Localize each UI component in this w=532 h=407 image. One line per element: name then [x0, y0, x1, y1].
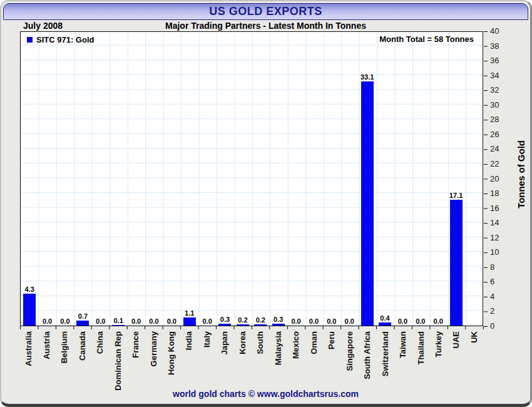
- bar: [272, 324, 285, 326]
- bar-column: 0.0: [305, 32, 322, 326]
- chart-title: US GOLD EXPORTS: [209, 5, 322, 18]
- bar: [361, 81, 374, 326]
- bar: [254, 324, 267, 326]
- bar-column: 1.1: [181, 32, 198, 326]
- bar-column: 0.0: [323, 32, 340, 326]
- bar-value-label: 0.4: [380, 314, 389, 322]
- y-axis-ticks: [484, 31, 488, 327]
- x-tick-label: Oman: [310, 331, 319, 354]
- legend-label: SITC 971: Gold: [36, 35, 94, 44]
- x-tick-cell: UAE: [448, 331, 465, 396]
- y-tick-label: 6: [490, 277, 494, 287]
- bar-column: 0.0: [92, 32, 110, 326]
- x-tick-cell: Japan: [216, 331, 233, 396]
- y-tick-label: 28: [490, 115, 499, 125]
- bar: [76, 321, 89, 326]
- legend: SITC 971: Gold: [27, 35, 94, 44]
- x-tick-label: Australia: [24, 331, 33, 366]
- bar-value-label: 0.0: [327, 317, 336, 325]
- y-tick-label: 12: [490, 233, 499, 243]
- bar-column: 0.2: [234, 32, 252, 326]
- bar-value-label: 0.3: [274, 316, 283, 323]
- x-tick-cell: UK: [466, 331, 483, 396]
- x-tick-label: Singapore: [345, 331, 354, 371]
- x-tick-cell: Australia: [20, 331, 38, 396]
- bar-value-label: 0.1: [114, 317, 123, 324]
- x-tick-label: Korea: [238, 331, 247, 354]
- x-tick-label: Dominican Rep: [114, 331, 123, 391]
- bar-value-label: 1.1: [185, 309, 194, 317]
- x-axis-ticks: [20, 326, 484, 329]
- x-tick-cell: Malaysia: [270, 331, 287, 396]
- chart-footer: world gold charts © www.goldchartsrus.co…: [1, 388, 530, 399]
- bar-value-label: 33.1: [361, 73, 374, 81]
- bar-column: 0.4: [376, 32, 394, 326]
- bar-column: 0.0: [56, 32, 74, 326]
- y-tick-label: 40: [490, 26, 499, 36]
- bar-column: 0.0: [127, 32, 145, 326]
- bar-value-label: 0.0: [398, 317, 407, 325]
- x-tick-cell: Austria: [38, 331, 55, 396]
- x-tick-cell: South: [252, 331, 269, 396]
- x-tick-label: Malaysia: [274, 331, 283, 365]
- x-tick-label: Turkey: [434, 331, 443, 358]
- bar-value-label: 0.0: [167, 317, 176, 325]
- x-tick-label: Thailand: [417, 331, 426, 364]
- x-tick-label: UAE: [452, 331, 461, 348]
- bar-column: 0.0: [198, 32, 216, 326]
- bar-value-label: 0.0: [291, 317, 300, 325]
- plot-area: SITC 971: Gold Month Total = 58 Tonnes 4…: [20, 31, 483, 326]
- bar-column: 0.0: [38, 32, 56, 326]
- y-axis-labels: 0246810121416182022242628303234363840: [490, 31, 511, 326]
- x-tick-cell: Germany: [145, 331, 162, 396]
- bar-column: 0.1: [110, 32, 127, 326]
- x-tick-cell: Singapore: [340, 331, 358, 396]
- y-axis-title: Tonnes of Gold: [516, 140, 526, 209]
- legend-swatch-icon: [27, 37, 33, 43]
- bar-value-label: 0.0: [131, 317, 141, 325]
- x-tick-label: South Africa: [363, 331, 372, 379]
- bar-column: 4.3: [21, 32, 38, 326]
- bar-column: 0.0: [412, 32, 429, 326]
- bar-column: 0.3: [269, 32, 287, 326]
- chart-subtitle: Major Trading Partners - Latest Month In…: [3, 21, 528, 31]
- y-tick-label: 20: [490, 174, 499, 184]
- bar-value-label: 0.3: [220, 316, 230, 323]
- x-tick-label: Germany: [150, 331, 158, 366]
- bar: [450, 200, 463, 326]
- footer-credit: world gold charts © www.goldchartsrus.co…: [173, 389, 359, 399]
- bar-value-label: 17.1: [449, 192, 463, 199]
- bar-column: 33.1: [358, 32, 376, 326]
- bar-value-label: 0.0: [416, 317, 425, 325]
- x-tick-label: Mexico: [292, 331, 300, 359]
- x-tick-cell: Belgium: [56, 331, 73, 396]
- bar: [237, 324, 249, 326]
- y-tick-label: 34: [490, 71, 499, 81]
- x-tick-cell: France: [127, 331, 145, 396]
- x-tick-label: Austria: [43, 331, 51, 359]
- y-tick-label: 30: [490, 100, 499, 110]
- chart-window: US GOLD EXPORTS July 2008 Major Trading …: [0, 0, 532, 407]
- bar-column: 0.0: [287, 32, 305, 326]
- y-tick-label: 18: [490, 188, 499, 198]
- bar-value-label: 0.0: [60, 317, 69, 325]
- x-tick-label: Peru: [327, 331, 336, 349]
- x-tick-cell: Hong Kong: [163, 331, 180, 396]
- x-tick-cell: Thailand: [412, 331, 429, 396]
- bar: [23, 294, 36, 326]
- bar-value-label: 0.0: [345, 317, 354, 325]
- x-tick-label: Canada: [78, 331, 87, 361]
- x-tick-label: France: [131, 331, 140, 358]
- bar-column: 17.1: [447, 32, 464, 326]
- x-tick-label: Belgium: [60, 331, 69, 363]
- x-tick-cell: Switzerland: [376, 331, 394, 396]
- bar-value-label: 0.0: [43, 317, 52, 325]
- bar-value-label: 0.0: [434, 317, 443, 325]
- x-tick-cell: South Africa: [359, 331, 376, 396]
- y-tick-label: 38: [490, 41, 499, 51]
- x-tick-label: Taiwan: [399, 331, 407, 358]
- bar-value-label: 0.0: [96, 317, 105, 325]
- x-tick-label: Hong Kong: [167, 331, 176, 375]
- bar-column: 0.0: [394, 32, 411, 326]
- x-axis-labels: AustraliaAustriaBelgiumCanadaChinaDomini…: [20, 331, 483, 396]
